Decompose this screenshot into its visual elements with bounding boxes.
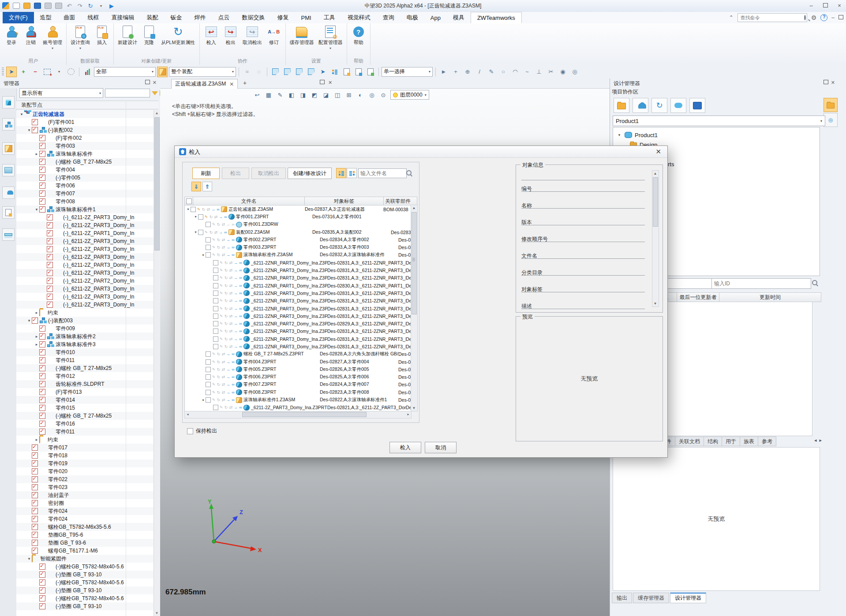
tree-item-43[interactable]: 零件018 bbox=[16, 452, 153, 459]
tree-item-10[interactable]: 零件007 bbox=[16, 190, 153, 198]
ribbon-button-cancel-checkout[interactable]: ↪取消检出 bbox=[241, 24, 263, 47]
checkin-confirm-button[interactable]: 检入 bbox=[389, 442, 421, 453]
item-checkbox[interactable] bbox=[39, 333, 45, 340]
bottom-tab-2[interactable]: 设计管理器 bbox=[670, 593, 706, 603]
row-checkbox[interactable] bbox=[213, 291, 218, 296]
item-checkbox[interactable] bbox=[47, 302, 53, 308]
row-checkbox[interactable] bbox=[213, 329, 218, 334]
scope-cube-icon[interactable] bbox=[157, 67, 168, 77]
tree-item-44[interactable]: 零件019 bbox=[16, 459, 153, 467]
command-search-input[interactable] bbox=[740, 15, 804, 21]
ribbon-button-cache-manager[interactable]: 缓存管理器 bbox=[288, 24, 315, 47]
row-checkbox[interactable] bbox=[198, 230, 203, 235]
menu-tab-9[interactable]: 数据交换 bbox=[236, 12, 271, 23]
item-checkbox[interactable] bbox=[32, 468, 38, 474]
dialog-table-row-9[interactable]: ✎↻⇄→∞_6211-2ZNR_PART3_Domy_Ina.Z3PRTDes-… bbox=[185, 274, 417, 282]
members-icon[interactable] bbox=[633, 98, 648, 113]
assembly-scope-combo[interactable]: 整个装配▾ bbox=[169, 67, 236, 77]
item-checkbox[interactable] bbox=[39, 206, 45, 213]
tree-item-59[interactable]: (-)螺栓GB_T5782-M8x40-5.6 bbox=[16, 579, 153, 586]
item-checkbox[interactable] bbox=[32, 452, 38, 459]
hidden-line-icon[interactable]: ◩ bbox=[310, 90, 319, 99]
arc-icon[interactable]: ◠ bbox=[510, 67, 520, 77]
tree-item-57[interactable]: (-)螺栓GB_T5782-M8x40-5.6 bbox=[16, 563, 153, 571]
tree-item-2[interactable]: ▾(-)装配002 bbox=[16, 126, 153, 134]
trim-icon[interactable]: ✂ bbox=[546, 67, 556, 77]
ribbon-button-revise[interactable]: A→B修订 bbox=[265, 24, 283, 47]
tree-item-56[interactable]: ▾智能紧固件 bbox=[16, 555, 153, 563]
minimize-button[interactable]: – bbox=[806, 1, 816, 9]
tree-item-38[interactable]: (-)螺栓 GB_T 27-M8x25 bbox=[16, 412, 153, 420]
perpendicular-icon[interactable]: ⊥ bbox=[534, 67, 544, 77]
item-checkbox[interactable] bbox=[39, 357, 45, 363]
filename-search-input[interactable] bbox=[358, 168, 407, 178]
item-checkbox[interactable] bbox=[39, 429, 45, 435]
tree-item-3[interactable]: (F)零件002 bbox=[16, 134, 153, 142]
item-checkbox[interactable] bbox=[32, 532, 38, 538]
column-object-tag[interactable]: 对象标签 bbox=[305, 197, 384, 205]
tree-item-62[interactable]: (-)垫圈 GB_T 93-10 bbox=[16, 602, 153, 610]
locate-icon[interactable]: ◎ bbox=[824, 113, 838, 127]
item-checkbox[interactable] bbox=[39, 341, 45, 347]
tree-item-54[interactable]: 垫圈 GB_T 93-6 bbox=[16, 539, 153, 547]
row-checkbox[interactable] bbox=[213, 314, 218, 319]
item-checkbox[interactable] bbox=[32, 524, 38, 530]
dialog-table-row-0[interactable]: ▾✎↻⇄→∞正齿轮减速器.Z3ASMDes-02837,A,3:正齿轮减速器BO… bbox=[185, 205, 417, 213]
undo-view-icon[interactable]: ↩ bbox=[253, 90, 262, 99]
tree-item-21[interactable]: (-)_6211-2Z_PART2_Domy_In bbox=[16, 277, 153, 285]
tree-item-32[interactable]: (-)螺栓 GB_T 27-M8x25 bbox=[16, 364, 153, 372]
scroll-up-icon[interactable]: ▲ bbox=[154, 110, 160, 116]
dialog-table-row-5[interactable]: ✎↻⇄→∞零件003.Z3PRTDes-02833,A,3:零件003Des-0… bbox=[185, 243, 417, 251]
dialog-table-row-12[interactable]: ✎↻⇄→∞_6211-2ZNR_PART3_Domy_Ina.Z3PRTDes-… bbox=[185, 297, 417, 305]
item-checkbox[interactable] bbox=[39, 143, 45, 149]
table-vertical-scrollbar[interactable]: ▲ ▼ bbox=[411, 205, 418, 411]
item-checkbox[interactable] bbox=[32, 500, 38, 506]
expand-icon[interactable]: ▸ bbox=[34, 437, 39, 442]
workspace-tab-4[interactable]: 族表 bbox=[740, 437, 758, 446]
tree-item-6[interactable]: (-)螺栓 GB_T 27-M8x25 bbox=[16, 158, 153, 166]
tree-item-8[interactable]: (-)零件005 bbox=[16, 174, 153, 182]
tree-item-23[interactable]: (-)_6211-2Z_PART3_Domy_In bbox=[16, 293, 153, 301]
row-checkbox[interactable] bbox=[206, 245, 211, 250]
select-all-checkbox[interactable] bbox=[185, 197, 193, 205]
dialog-table-row-3[interactable]: ▾✎↻⇄→∞装配002.Z3ASMDes-02835,A,3:装配002Des-… bbox=[185, 228, 417, 236]
dialog-table-row-15[interactable]: ✎↻⇄→∞_6211-2ZNR_PART2_Domy_Ina.Z3PRTDes-… bbox=[185, 320, 417, 327]
filename-search-icon[interactable] bbox=[406, 170, 412, 175]
layer-combo[interactable]: 图层0000▾ bbox=[390, 90, 429, 100]
expand-all-icon[interactable]: ⇓ bbox=[191, 182, 201, 191]
tree-item-20[interactable]: (-)_6211-2Z_PART3_Domy_In bbox=[16, 269, 153, 277]
orbit-icon[interactable]: ◎ bbox=[367, 90, 376, 99]
item-checkbox[interactable] bbox=[39, 397, 45, 403]
tree-item-37[interactable]: 零件015 bbox=[16, 404, 153, 412]
item-checkbox[interactable] bbox=[39, 183, 45, 189]
ribbon-button-design-query[interactable]: PLM设计查询▾ bbox=[69, 24, 91, 51]
expand-icon[interactable]: ▾ bbox=[617, 133, 622, 137]
play-icon[interactable]: ▶ bbox=[108, 2, 116, 9]
document-tab-close-icon[interactable]: ✕ bbox=[229, 81, 234, 87]
new-tab-icon[interactable]: + bbox=[243, 79, 247, 86]
item-checkbox[interactable] bbox=[39, 413, 45, 419]
manager-filter-input[interactable] bbox=[105, 89, 150, 97]
ribbon-minimize-icon[interactable]: – bbox=[831, 15, 835, 20]
row-checkbox[interactable] bbox=[206, 374, 211, 380]
dialog-table-row-7[interactable]: ✎↻⇄→∞_6211-2ZNR_PART3_Domy_Ina.Z3PRTDes-… bbox=[185, 259, 417, 266]
lamp-icon[interactable]: ◌ bbox=[254, 67, 264, 77]
assembly-node-column-header[interactable]: 装配节点 bbox=[16, 101, 158, 109]
section-display-icon[interactable]: ◪ bbox=[322, 90, 330, 99]
curve-icon[interactable]: ~ bbox=[522, 67, 532, 77]
item-checkbox[interactable] bbox=[39, 365, 45, 371]
scroll-down-icon[interactable]: ▼ bbox=[411, 405, 417, 411]
shadow-icon[interactable]: ◐ bbox=[356, 90, 365, 99]
tree-item-14[interactable]: (-)_6211-2Z_PART3_Domy_In bbox=[16, 221, 153, 229]
chat-icon[interactable] bbox=[670, 98, 686, 113]
tree-item-29[interactable]: ▸滚珠轴承标准件3 bbox=[16, 340, 153, 348]
item-checkbox[interactable] bbox=[32, 119, 38, 125]
ribbon-style-icon[interactable] bbox=[839, 15, 843, 20]
expand-icon[interactable]: ▸ bbox=[34, 310, 39, 315]
item-checkbox[interactable] bbox=[47, 294, 53, 300]
dropdown-icon[interactable]: ▾ bbox=[52, 46, 53, 50]
sync-icon[interactable]: ↻ bbox=[86, 2, 94, 9]
expand-icon[interactable]: ▾ bbox=[193, 230, 198, 234]
tree-item-36[interactable]: 零件014 bbox=[16, 396, 153, 404]
collapse-all-icon[interactable]: ⇑ bbox=[202, 182, 212, 191]
